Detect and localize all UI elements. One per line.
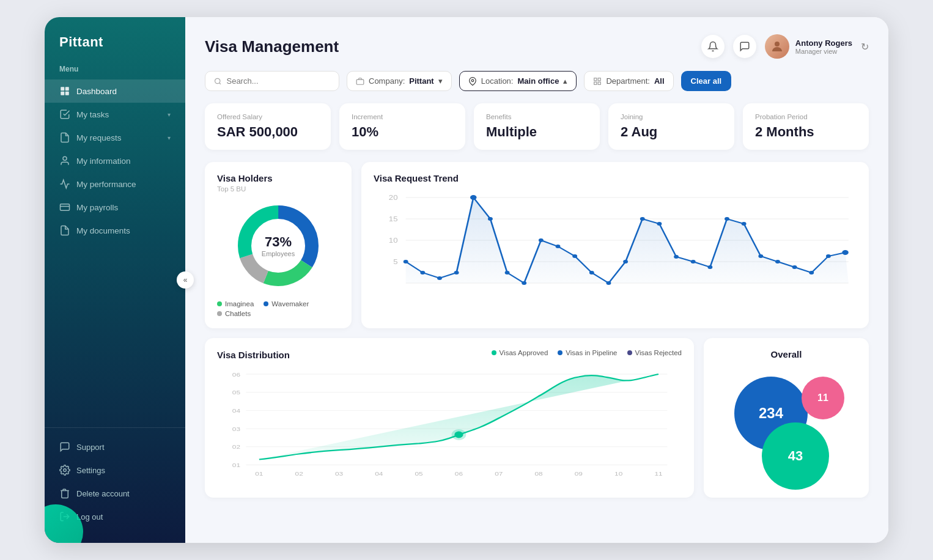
department-value: All [654,76,665,86]
svg-point-45 [623,260,628,263]
visa-holders-card: Visa Holders Top 5 BU [205,162,352,328]
sidebar-item-my-requests[interactable]: My requests ▾ [45,126,185,149]
page-title: Visa Management [205,37,339,56]
stat-value: SAR 500,000 [217,124,319,140]
location-value: Main office [517,76,559,86]
sidebar-item-label: My information [76,157,131,166]
svg-line-11 [219,83,221,84]
stat-card-probation: Probation Period 2 Months [743,103,869,150]
company-icon [356,77,364,86]
stat-label: Increment [352,113,453,120]
chart-title: Visa Holders [217,173,339,183]
menu-label: Menu [45,65,185,79]
sidebar-item-my-information[interactable]: My information [45,149,185,172]
sidebar-item-label: Support [76,443,105,452]
stat-card-offered-salary: Offered Salary SAR 500,000 [205,103,331,150]
svg-text:02: 02 [295,471,303,477]
company-label: Company: [369,76,405,86]
svg-text:5: 5 [393,259,398,265]
stat-label: Benefits [486,113,588,120]
department-filter[interactable]: Department: All [584,71,673,91]
svg-point-4 [63,157,67,160]
svg-point-41 [556,245,561,248]
sidebar-item-label: My tasks [76,110,109,119]
collapse-sidebar-button[interactable]: « [177,271,194,289]
chart-subtitle: Top 5 BU [217,185,339,193]
legend-pipeline: Visas in Pipeline [558,349,617,356]
sidebar-item-settings[interactable]: Settings [45,459,185,482]
sidebar-item-label: My performance [76,180,136,189]
search-input[interactable] [226,76,330,86]
search-icon [214,77,221,86]
legend-dot-approved [492,350,496,355]
svg-text:01: 01 [255,471,263,477]
line-chart: 20 15 10 5 [374,185,857,295]
department-icon [593,77,602,86]
dist-chart: 06 05 04 03 02 01 01 02 03 04 05 06 07 0… [217,369,682,479]
svg-point-7 [64,469,67,472]
charts-row-top: Visa Holders Top 5 BU [205,162,869,328]
svg-point-56 [809,271,814,274]
svg-point-83 [452,429,466,440]
sidebar-item-label: Settings [76,466,105,475]
svg-point-57 [826,254,831,258]
svg-text:11: 11 [654,471,662,477]
grid-icon [59,86,70,97]
stat-card-increment: Increment 10% [339,103,465,150]
location-label: Location: [481,76,514,86]
legend-wavemaker: Wavemaker [264,300,309,308]
svg-text:20: 20 [389,194,398,201]
svg-text:05: 05 [415,471,423,477]
svg-point-50 [707,265,712,269]
bell-icon [707,41,718,52]
svg-point-40 [539,238,544,242]
company-filter[interactable]: Company: Pittant ▾ [347,71,452,91]
svg-point-35 [454,271,459,274]
sidebar-item-support[interactable]: Support [45,435,185,459]
charts-row-bottom: Visa Distribution Visas Approved Visas i… [205,338,869,498]
messages-button[interactable] [733,35,756,58]
svg-rect-16 [594,82,597,84]
notifications-button[interactable] [701,35,725,58]
stat-card-benefits: Benefits Multiple [474,103,600,150]
venn-teal-circle: 43 [762,422,829,490]
stat-value: 2 Months [755,124,857,140]
company-value: Pittant [409,76,433,86]
svg-point-51 [725,217,729,221]
doc-icon [59,225,70,236]
svg-rect-17 [599,82,601,84]
svg-point-53 [758,254,763,258]
user-role: Manager view [795,48,852,55]
legend-dot-chatlets [217,311,222,316]
svg-point-47 [657,222,662,226]
location-filter[interactable]: Location: Main office ▴ [459,71,577,91]
legend-chatlets: Chatlets [217,310,251,317]
svg-text:02: 02 [232,444,240,450]
sidebar-item-my-performance[interactable]: My performance [45,172,185,196]
svg-point-42 [572,254,577,258]
legend-imaginea: Imaginea [217,300,254,308]
sidebar-item-my-documents[interactable]: My documents [45,219,185,242]
search-box[interactable] [205,71,339,91]
svg-point-36 [470,195,477,200]
sidebar: Pittant Menu Dashboard My tasks ▾ My req… [45,17,185,543]
clear-all-button[interactable]: Clear all [681,71,732,91]
chart-title: Overall [716,349,857,359]
svg-point-48 [674,255,679,259]
svg-text:06: 06 [232,371,240,377]
sidebar-item-my-tasks[interactable]: My tasks ▾ [45,103,185,126]
stat-label: Offered Salary [217,113,319,120]
refresh-button[interactable]: ↻ [861,41,869,53]
svg-rect-5 [61,204,70,211]
legend-dot-imaginea [217,301,222,306]
chevron-up-icon: ▴ [563,76,567,86]
visa-trend-card: Visa Request Trend 20 [361,162,869,328]
dist-legend: Visas Approved Visas in Pipeline Visas R… [492,349,682,356]
sidebar-item-delete-account[interactable]: Delete account [45,482,185,505]
donut-legend: Imaginea Wavemaker Chatlets [217,300,339,317]
svg-text:03: 03 [335,471,343,477]
svg-text:09: 09 [575,471,583,477]
sidebar-item-dashboard[interactable]: Dashboard [45,79,185,103]
sidebar-item-my-payrolls[interactable]: My payrolls [45,196,185,219]
svg-text:01: 01 [232,462,240,468]
